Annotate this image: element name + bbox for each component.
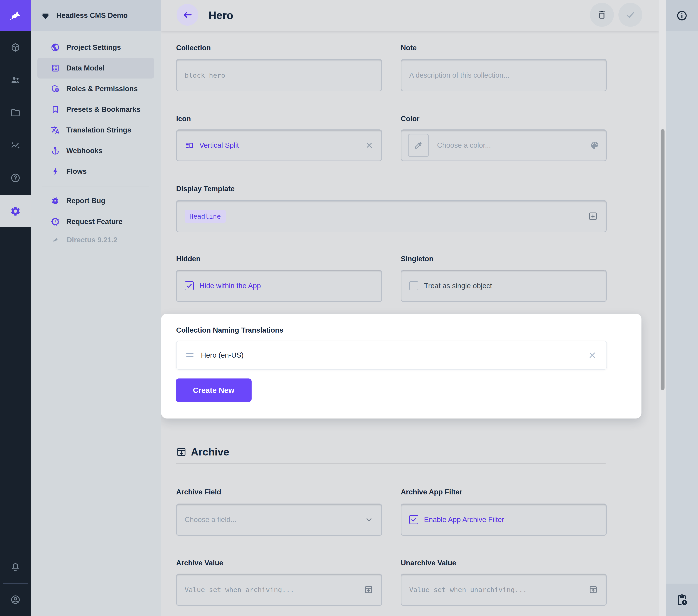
sidebar-item-label: Presets & Bookmarks <box>66 105 140 113</box>
module-settings[interactable] <box>0 195 31 227</box>
directus-logo[interactable] <box>0 0 31 31</box>
sidebar-item-presets-bookmarks[interactable]: Presets & Bookmarks <box>31 99 161 120</box>
scrollbar-track[interactable] <box>659 0 666 616</box>
display-template-input[interactable]: Headline <box>176 200 607 232</box>
unarchive-value-input[interactable]: Value set when unarchiving... <box>401 574 607 606</box>
archive-divider <box>176 463 605 464</box>
sidebar-item-label: Webhooks <box>66 147 102 155</box>
sidebar-item-roles-permissions[interactable]: Roles & Permissions <box>31 78 161 99</box>
close-icon[interactable] <box>588 351 597 360</box>
sidebar-item-translation-strings[interactable]: Translation Strings <box>31 120 161 140</box>
sidebar-item-label: Roles & Permissions <box>66 85 138 93</box>
archive-value-input[interactable]: Value set when archiving... <box>176 574 382 606</box>
project-name: Headless CMS Demo <box>56 11 128 19</box>
sidebar-item-label: Report Bug <box>66 197 106 205</box>
singleton-label: Singleton <box>401 255 433 263</box>
revisions-sidebar-button[interactable] <box>666 584 698 616</box>
archive-app-filter-toggle[interactable]: Enable App Archive Filter <box>401 504 607 536</box>
archive-title-text: Archive <box>191 446 229 458</box>
settings-nav-sidebar: Headless CMS Demo Project Settings Data … <box>31 0 161 616</box>
sidebar-item-webhooks[interactable]: Webhooks <box>31 140 161 161</box>
scrollbar-thumb[interactable] <box>660 129 665 390</box>
archive-field-placeholder: Choose a field... <box>185 516 236 524</box>
archive-value-label: Archive Value <box>176 559 223 567</box>
close-icon[interactable] <box>365 141 374 150</box>
archive-field-select[interactable]: Choose a field... <box>176 504 382 536</box>
page-title: Hero <box>209 8 233 23</box>
user-menu-button[interactable] <box>0 584 31 616</box>
bolt-icon <box>51 167 60 176</box>
add-box-icon[interactable] <box>588 211 598 221</box>
archive-app-filter-label: Archive App Filter <box>401 488 462 496</box>
sidebar-item-flows[interactable]: Flows <box>31 161 161 182</box>
eyedropper-icon <box>414 141 423 150</box>
sidebar-item-request-feature[interactable]: Request Feature <box>31 211 161 232</box>
sidebar-item-label: Request Feature <box>66 218 123 226</box>
sidebar-item-label: Data Model <box>66 64 104 72</box>
sidebar-item-data-model[interactable]: Data Model <box>38 58 154 79</box>
translation-item-label: Hero (en-US) <box>201 351 243 359</box>
archive-value-placeholder: Value set when archiving... <box>185 586 294 593</box>
create-new-button[interactable]: Create New <box>176 379 252 402</box>
sidebar-item-label: Translation Strings <box>66 126 131 134</box>
module-docs[interactable] <box>0 162 31 194</box>
unarchive-up-icon <box>588 585 598 595</box>
list-alt-icon <box>51 64 60 73</box>
color-swatch-button[interactable] <box>408 134 429 157</box>
module-insights[interactable] <box>0 129 31 162</box>
archive-icon <box>176 447 186 457</box>
checkbox-checked-icon[interactable] <box>185 281 194 290</box>
drag-handle-icon[interactable] <box>186 353 194 357</box>
arrow-left-icon <box>182 9 193 20</box>
unarchive-value-placeholder: Value set when unarchiving... <box>409 586 527 593</box>
module-files[interactable] <box>0 96 31 129</box>
palette-icon[interactable] <box>590 140 600 150</box>
color-placeholder: Choose a color... <box>437 141 491 149</box>
checkbox-checked-icon[interactable] <box>409 515 418 524</box>
icon-label: Icon <box>176 114 191 123</box>
users-icon <box>10 75 20 85</box>
color-input[interactable]: Choose a color... <box>401 129 607 161</box>
account-circle-icon <box>10 594 20 605</box>
wifi-signal-icon <box>40 10 51 20</box>
vertical-split-icon <box>185 141 194 150</box>
checkbox-unchecked-icon[interactable] <box>409 281 418 290</box>
directus-rabbit-icon <box>6 9 25 22</box>
project-header[interactable]: Headless CMS Demo <box>31 0 161 31</box>
page-header: Hero <box>161 0 659 31</box>
collection-input[interactable]: block_hero <box>176 59 382 91</box>
main-content: Hero Collection block_hero Note A descri… <box>161 0 659 616</box>
template-field-chip[interactable]: Headline <box>185 210 226 223</box>
version-label: Directus 9.21.2 <box>67 236 117 244</box>
singleton-toggle[interactable]: Treat as single object <box>401 270 607 302</box>
bookmark-icon <box>51 105 60 114</box>
sidebar-item-report-bug[interactable]: Report Bug <box>31 190 161 211</box>
sidebar-divider <box>42 186 149 187</box>
globe-icon <box>51 43 60 52</box>
note-input[interactable]: A description of this collection... <box>401 59 607 91</box>
hidden-label: Hidden <box>176 255 200 263</box>
unarchive-value-label: Unarchive Value <box>401 559 456 567</box>
check-icon <box>625 10 636 20</box>
notifications-button[interactable] <box>0 551 31 584</box>
anchor-icon <box>51 146 60 155</box>
shield-person-icon <box>51 84 60 93</box>
sidebar-item-project-settings[interactable]: Project Settings <box>31 37 161 58</box>
module-content[interactable] <box>0 31 31 64</box>
icon-input[interactable]: Vertical Split <box>176 129 382 161</box>
collection-naming-translations-card: Collection Naming Translations Hero (en-… <box>161 314 641 419</box>
delete-button[interactable] <box>590 3 614 27</box>
archive-section-title: Archive <box>176 446 229 458</box>
collections-icon <box>10 42 20 53</box>
module-users[interactable] <box>0 64 31 96</box>
singleton-checkbox-label: Treat as single object <box>424 282 492 290</box>
info-icon <box>676 10 687 21</box>
back-button[interactable] <box>177 4 198 26</box>
sidebar-item-label: Project Settings <box>66 43 121 52</box>
translations-label: Collection Naming Translations <box>176 326 283 334</box>
save-button[interactable] <box>618 3 642 27</box>
note-placeholder: A description of this collection... <box>409 71 509 79</box>
info-sidebar-button[interactable] <box>666 0 698 31</box>
translation-item-row[interactable]: Hero (en-US) <box>176 341 607 370</box>
hidden-toggle[interactable]: Hide within the App <box>176 270 382 302</box>
